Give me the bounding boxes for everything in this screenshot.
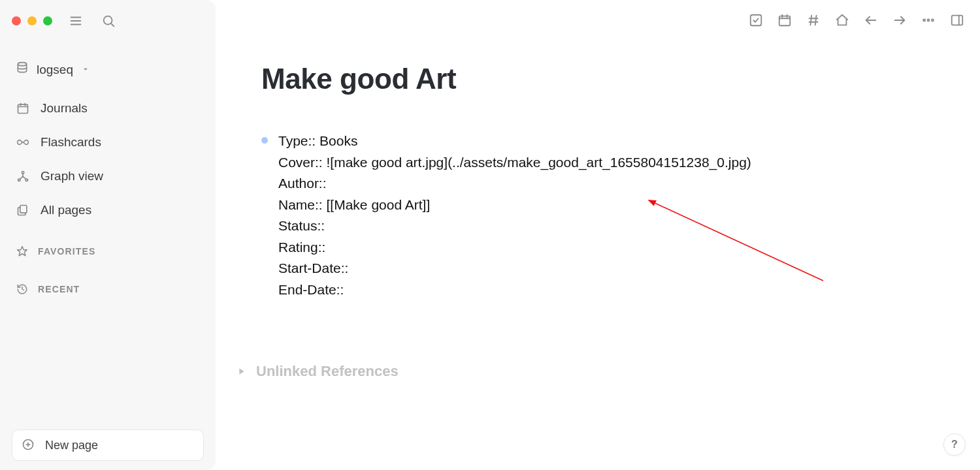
- property-line[interactable]: Name:: [[Make good Art]]: [278, 195, 751, 216]
- nav-journals-label: Journals: [41, 101, 88, 116]
- svg-rect-6: [18, 104, 28, 113]
- caret-right-icon: [238, 368, 247, 375]
- forward-icon[interactable]: [891, 12, 908, 29]
- property-line[interactable]: Cover:: ![make good art.jpg](../assets/m…: [278, 152, 751, 174]
- new-page-button[interactable]: New page: [12, 430, 204, 461]
- back-icon[interactable]: [862, 12, 879, 29]
- nav-journals[interactable]: Journals: [12, 95, 204, 122]
- new-page-label: New page: [45, 439, 98, 452]
- window-controls-row: [12, 12, 204, 30]
- nav-graph-view[interactable]: Graph view: [12, 163, 204, 190]
- left-sidebar: logseq Journals Flashcards Graph view Al…: [0, 0, 216, 470]
- nav-flashcards-label: Flashcards: [41, 135, 101, 149]
- menu-icon[interactable]: [67, 12, 85, 30]
- todo-icon[interactable]: [747, 12, 764, 29]
- hash-icon[interactable]: [805, 12, 822, 29]
- close-window-dot[interactable]: [12, 16, 21, 25]
- unlinked-references-toggle[interactable]: Unlinked References: [238, 363, 934, 380]
- chevron-down-icon: [81, 63, 90, 77]
- search-icon[interactable]: [99, 12, 118, 30]
- history-icon: [16, 283, 29, 296]
- pages-icon: [16, 203, 30, 217]
- property-line[interactable]: End-Date::: [278, 279, 751, 301]
- property-line[interactable]: Rating::: [278, 237, 751, 258]
- home-icon[interactable]: [834, 12, 851, 29]
- app-root: logseq Journals Flashcards Graph view Al…: [0, 0, 980, 470]
- svg-marker-14: [18, 247, 27, 256]
- svg-point-30: [928, 20, 930, 22]
- page-title[interactable]: Make good Art: [261, 63, 934, 95]
- primary-nav: Journals Flashcards Graph view All pages: [12, 95, 204, 224]
- favorites-section[interactable]: FAVORITES: [12, 241, 204, 262]
- favorites-label: FAVORITES: [38, 246, 95, 257]
- page-content: Make good Art Type:: Books Cover:: ![mak…: [216, 0, 980, 406]
- top-toolbar: [747, 12, 966, 29]
- right-sidebar-toggle-icon[interactable]: [949, 12, 966, 29]
- database-icon: [16, 61, 29, 78]
- property-line[interactable]: Type:: Books: [278, 131, 751, 152]
- graph-name: logseq: [37, 63, 73, 77]
- calendar-icon: [16, 101, 30, 116]
- svg-rect-32: [952, 16, 963, 25]
- graph-selector[interactable]: logseq: [12, 59, 204, 80]
- recent-section[interactable]: RECENT: [12, 279, 204, 300]
- block-bullet-icon[interactable]: [261, 137, 268, 144]
- property-line[interactable]: Start-Date::: [278, 258, 751, 279]
- property-line[interactable]: Author::: [278, 173, 751, 195]
- plus-circle-icon: [22, 438, 36, 452]
- mac-traffic-lights: [12, 16, 52, 25]
- svg-line-4: [111, 24, 114, 26]
- nav-all-pages-label: All pages: [41, 203, 91, 217]
- nav-flashcards[interactable]: Flashcards: [12, 129, 204, 156]
- properties-block[interactable]: Type:: Books Cover:: ![make good art.jpg…: [261, 131, 934, 300]
- unlinked-references-label: Unlinked References: [256, 363, 399, 380]
- graph-icon: [16, 169, 30, 183]
- main-area: Make good Art Type:: Books Cover:: ![mak…: [216, 0, 980, 470]
- minimize-window-dot[interactable]: [27, 16, 37, 25]
- calendar-toolbar-icon[interactable]: [776, 12, 793, 29]
- infinity-icon: [16, 135, 30, 149]
- svg-line-25: [810, 16, 811, 25]
- help-button[interactable]: ?: [943, 433, 966, 456]
- recent-label: RECENT: [38, 284, 80, 294]
- svg-point-5: [18, 63, 26, 66]
- property-line[interactable]: Status::: [278, 215, 751, 237]
- star-icon: [16, 245, 29, 258]
- svg-point-31: [932, 20, 934, 22]
- svg-rect-13: [20, 206, 27, 213]
- help-label: ?: [951, 439, 958, 450]
- svg-line-26: [815, 16, 817, 25]
- nav-all-pages[interactable]: All pages: [12, 196, 204, 224]
- svg-rect-19: [779, 16, 791, 26]
- zoom-window-dot[interactable]: [43, 16, 52, 25]
- properties-lines[interactable]: Type:: Books Cover:: ![make good art.jpg…: [278, 131, 751, 300]
- more-icon[interactable]: [920, 12, 937, 29]
- svg-point-29: [923, 20, 925, 22]
- nav-graph-view-label: Graph view: [41, 169, 103, 183]
- svg-rect-18: [751, 15, 762, 26]
